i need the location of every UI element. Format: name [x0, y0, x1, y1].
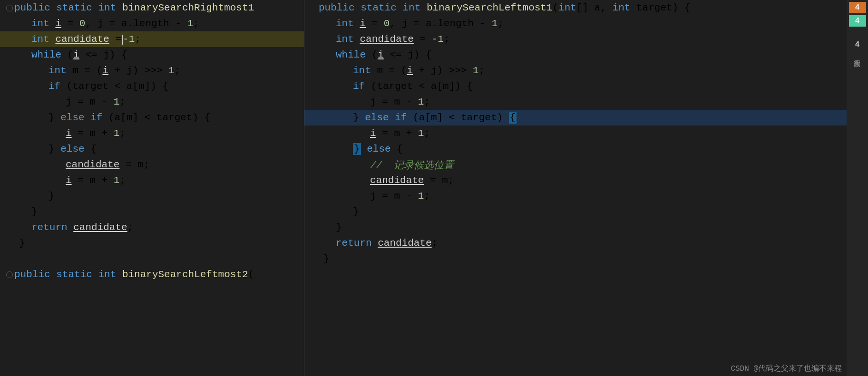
left-line-9: } else {	[0, 141, 304, 157]
badge-orange-1: 4	[849, 2, 866, 13]
right-line-16: }	[304, 251, 847, 267]
left-line-7: } else if (a[m] < target) {	[0, 110, 304, 125]
bottom-bar: CSDN @代码之父来了也编不来程	[304, 361, 847, 376]
right-line-12: j = m - 1;	[304, 188, 847, 204]
left-line-15: }	[0, 235, 304, 251]
right-line-8: i = m + 1;	[304, 125, 847, 141]
right-line-15: return candidate;	[304, 235, 847, 251]
left-header-text: public static int binarySearchRightmost1	[14, 2, 254, 13]
badge-label-2: 4	[855, 17, 860, 25]
left-line-3: while (i <= j) {	[0, 47, 304, 63]
badge-label-3: 4	[855, 40, 860, 49]
lg-f	[5, 271, 14, 278]
left-line-14: return candidate;	[0, 220, 304, 235]
right-line-6: j = m - 1;	[304, 94, 847, 110]
right-line-10: // 记录候选位置	[304, 157, 847, 173]
right-panel: public static int binarySearchLeftmost1(…	[304, 0, 847, 376]
badge-white-1: 4	[849, 39, 866, 50]
left-line-4: int m = (i + j) >>> 1;	[0, 63, 304, 78]
left-line-1: int i = 0, j = a.length - 1;	[0, 16, 304, 31]
gutter-circle-footer	[6, 271, 13, 278]
right-line-1: int i = 0, j = a.length - 1;	[304, 16, 847, 31]
right-line-4: int m = (i + j) >>> 1;	[304, 63, 847, 78]
left-line-12: }	[0, 188, 304, 204]
right-line-5: if (target < a[m]) {	[304, 78, 847, 94]
left-header-line: public static int binarySearchRightmost1	[0, 0, 304, 16]
right-code-area: public static int binarySearchLeftmost1(…	[304, 0, 847, 267]
left-code-area: public static int binarySearchRightmost1…	[0, 0, 304, 282]
left-gutter-1	[5, 5, 14, 11]
right-line-2: int candidate = -1;	[304, 31, 847, 47]
right-line-3: while (i <= j) {	[304, 47, 847, 63]
left-footer-text: public static int binarySearchLeftmost2(	[14, 269, 254, 280]
left-line-2: int candidate =-1;	[0, 31, 304, 47]
left-panel: public static int binarySearchRightmost1…	[0, 0, 304, 376]
sidebar-panel: 4 4 4 用次数	[847, 0, 868, 376]
right-line-13: }	[304, 204, 847, 220]
right-line-7: } else if (a[m] < target) {	[304, 110, 847, 125]
left-line-6: j = m - 1;	[0, 94, 304, 110]
editor-container: public static int binarySearchRightmost1…	[0, 0, 868, 376]
left-line-8: i = m + 1;	[0, 125, 304, 141]
left-line-10: candidate = m;	[0, 157, 304, 173]
left-line-5: if (target < a[m]) {	[0, 78, 304, 94]
badge-green-1: 4	[849, 15, 866, 27]
right-header-text: public static int binarySearchLeftmost1(…	[319, 2, 690, 13]
badge-label-1: 4	[855, 3, 860, 12]
right-line-11: candidate = m;	[304, 173, 847, 188]
left-line-13: }	[0, 204, 304, 220]
attribution-text: CSDN @代码之父来了也编不来程	[731, 364, 842, 374]
right-line-14: }	[304, 220, 847, 235]
left-line-empty	[0, 251, 304, 267]
right-line-9: } else {	[304, 141, 847, 157]
gutter-circle	[6, 5, 13, 11]
left-line-11: i = m + 1;	[0, 173, 304, 188]
right-header-line: public static int binarySearchLeftmost1(…	[304, 0, 847, 16]
left-footer-line: public static int binarySearchLeftmost2(	[0, 267, 304, 282]
